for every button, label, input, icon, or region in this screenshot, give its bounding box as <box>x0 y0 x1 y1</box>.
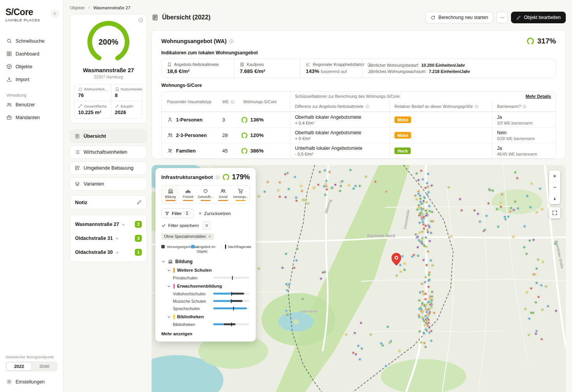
more-details-link[interactable]: Mehr Details <box>526 94 551 99</box>
nav-label: Schnellsuche <box>16 38 44 44</box>
filter-chip[interactable]: Ohne Spezialimmobilien <box>161 233 214 240</box>
score-arc-icon <box>241 116 248 123</box>
demand-badge: Mittel <box>394 116 411 123</box>
sidebar-item-dashboard[interactable]: Dashboard <box>5 47 58 60</box>
school-icon <box>167 188 174 194</box>
chevron-down-icon <box>167 284 171 288</box>
tree-group-weitere-schulen[interactable]: Weitere Schulen <box>167 268 250 273</box>
info-icon[interactable] <box>522 104 527 109</box>
object-row-oldachstrasse-30[interactable]: Oldachstraße 30 1 <box>70 245 146 259</box>
collapse-panel-button[interactable] <box>203 222 211 229</box>
fullscreen-button[interactable] <box>549 207 560 219</box>
score-arc-icon <box>241 132 248 139</box>
info-icon[interactable] <box>215 175 220 180</box>
year-toggle: 2022 2040 <box>5 361 58 371</box>
sidebar-nav: Schnellsuche Dashboard Objekte Import Ve… <box>5 35 58 124</box>
check-icon <box>161 223 166 228</box>
menu-item-umgebende-bebauung[interactable]: Umgebende Bebauung <box>70 161 147 175</box>
app-logo: S/Core LIVABLE PLACES <box>5 7 58 22</box>
close-icon[interactable] <box>208 235 211 238</box>
breadcrumb-objekte[interactable]: Objekte <box>70 5 85 10</box>
menu-item-wirtschaftseinheiten[interactable]: Wirtschaftseinheiten <box>70 146 147 159</box>
sidebar-item-objekte[interactable]: Objekte <box>5 60 58 73</box>
object-row-wasmannstrasse-27[interactable]: Wasmannstraße 27 2 <box>70 217 146 231</box>
save-filter-button[interactable]: Filter speichern <box>168 223 199 228</box>
indicator-demand-growth: Jährlicher Wohnungsbedarf:10.200 Einheit… <box>362 59 556 78</box>
nav-label: Einstellungen <box>16 379 45 385</box>
map-controls: + − <box>549 170 560 219</box>
building-icon <box>240 62 244 67</box>
year-2040-button[interactable]: 2040 <box>32 362 57 371</box>
pencil-icon[interactable] <box>136 199 142 205</box>
property-summary-card: 200% Wasmannstraße 27 22307 Hamburg Wohn… <box>70 14 147 123</box>
property-score-gauge: 200% <box>86 20 131 64</box>
blocks-icon <box>75 165 80 171</box>
infrastructure-score: 179% <box>222 173 250 181</box>
table-row: 2-3-Personen 28 120% Oberhalb lokaler An… <box>162 127 556 143</box>
menu-item-uebersicht[interactable]: Übersicht <box>70 130 147 143</box>
tree-root-bildung[interactable]: Bildung <box>161 259 250 264</box>
breadcrumb: Objekte Wasmannstraße 27 <box>70 5 131 10</box>
info-icon[interactable] <box>365 104 370 109</box>
map-pin[interactable] <box>391 253 401 266</box>
property-name: Wasmannstraße 27 <box>70 67 146 73</box>
people-icon <box>167 132 173 138</box>
sidebar-item-import[interactable]: Import <box>5 73 58 86</box>
show-more-link[interactable]: Mehr anzeigen <box>161 331 250 336</box>
sidebar-item-benutzer[interactable]: Benutzer <box>5 98 58 111</box>
property-stats: Wohneinheit... 76 Nutzeinheiten 8 Gesamt… <box>74 84 143 118</box>
hammer-icon <box>115 104 119 108</box>
menu-item-varianten[interactable]: Varianten <box>70 177 147 191</box>
tree-leaf-volkshochschulen: Volkshochschulen <box>173 291 250 296</box>
object-count-badge: 3 <box>135 235 142 242</box>
list-icon <box>75 149 80 155</box>
object-row-oldachstrasse-31[interactable]: Oldachstraße 31 3 <box>70 231 146 245</box>
info-icon[interactable] <box>474 104 479 109</box>
table-row: Familien 45 386% Unterhalb lokaler Angeb… <box>162 143 556 158</box>
page-title: Übersicht (2022) <box>152 14 211 21</box>
briefcase-icon <box>6 114 12 120</box>
note-card[interactable]: Notiz <box>70 195 147 209</box>
edit-object-button[interactable]: Objekt bearbeiten <box>511 12 566 23</box>
tab-freizeit[interactable]: Freizeit <box>179 186 197 203</box>
zoom-in-button[interactable]: + <box>549 170 560 182</box>
funnel-icon <box>165 211 169 216</box>
info-icon[interactable] <box>229 39 234 44</box>
sidebar-collapse-button[interactable] <box>51 9 59 18</box>
sidebar-item-einstellungen[interactable]: Einstellungen <box>5 375 58 388</box>
supply-bar <box>213 307 249 309</box>
users-icon <box>6 102 12 108</box>
school-icon <box>168 259 173 264</box>
chevron-down-icon[interactable] <box>121 222 126 227</box>
restart-calculation-button[interactable]: Berechnung neu starten <box>426 12 493 23</box>
tab-versorgung[interactable]: Versorgu... <box>232 186 249 203</box>
compass-button[interactable] <box>549 193 560 204</box>
users-icon <box>220 188 226 194</box>
sidebar-item-mandanten[interactable]: Mandanten <box>5 111 58 124</box>
ellipsis-icon <box>500 15 505 20</box>
category-tabs: Bildung Freizeit Gesundh... Sozial <box>161 185 250 204</box>
reset-filters-button[interactable]: Zurücksetzen <box>198 211 231 216</box>
chevron-down-icon[interactable] <box>115 250 119 255</box>
map[interactable]: Barmbek-NordJahnringLiebesinselBramfelde… <box>152 165 566 392</box>
object-count-badge: 1 <box>135 249 142 256</box>
tree-group-bibliotheken[interactable]: Bibliotheken <box>167 314 250 319</box>
logo-text: S/Core <box>5 7 58 17</box>
tab-gesundheit[interactable]: Gesundh... <box>197 186 214 203</box>
year-2022-button[interactable]: 2022 <box>6 362 32 371</box>
chevron-down-icon[interactable] <box>115 236 119 241</box>
more-options-button[interactable] <box>496 12 508 23</box>
compass-icon <box>552 196 558 202</box>
tab-sozial[interactable]: Sozial <box>214 186 232 203</box>
logo-tagline: LIVABLE PLACES <box>5 18 58 22</box>
tree-group-erwachsenenbildung[interactable]: Erwachsenenbildung <box>167 284 250 289</box>
info-icon[interactable] <box>230 100 235 104</box>
info-icon[interactable] <box>138 17 143 24</box>
filter-button[interactable]: Filter 1 <box>161 208 194 218</box>
sidebar-item-schnellsuche[interactable]: Schnellsuche <box>5 35 58 47</box>
zoom-out-button[interactable]: − <box>549 182 560 193</box>
tab-bildung[interactable]: Bildung <box>162 186 179 203</box>
nav-label: Objekte <box>16 64 32 69</box>
score-arc-icon <box>222 173 230 181</box>
app-root: S/Core LIVABLE PLACES Schnellsuche Dashb… <box>0 0 572 392</box>
